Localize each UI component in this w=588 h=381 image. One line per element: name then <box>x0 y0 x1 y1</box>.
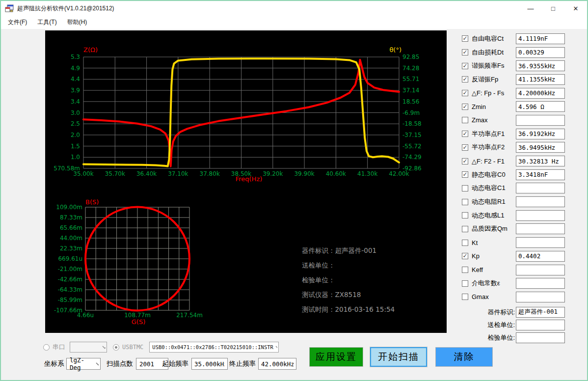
usbtmc-group: USBTMC USB0::0x0471::0x2786::T020215010:… <box>113 342 279 353</box>
param-checkbox[interactable]: ✓ <box>462 144 468 151</box>
bottom-ytick: 65.66m <box>60 224 82 231</box>
usbtmc-radio[interactable] <box>113 344 119 351</box>
clear-button[interactable]: 清除 <box>435 347 493 367</box>
menubar: 文件(F) 工具(T) 帮助(H) <box>1 16 587 29</box>
usbtmc-address-select[interactable]: USB0::0x0471::0x2786::T020215010::INSTR <box>149 342 279 353</box>
id-field-label: 器件标识: <box>487 308 515 317</box>
apply-settings-button[interactable]: 应用设置 <box>309 347 363 367</box>
serial-port-select[interactable] <box>70 342 107 353</box>
param-value-input[interactable] <box>516 278 565 289</box>
bottom-xtick: 108.77m <box>124 312 151 319</box>
param-checkbox[interactable]: ✓ <box>462 49 468 55</box>
window-title: 超声阻抗分析软件(V1.0.21@201512) <box>17 4 114 13</box>
param-checkbox[interactable] <box>462 117 468 123</box>
top-xtick: 39.20k <box>263 170 283 177</box>
param-label: 半功率点F1 <box>472 130 505 138</box>
param-label: 品质因素Qm <box>472 224 508 233</box>
menu-item-tools[interactable]: 工具(T) <box>37 17 57 28</box>
top-ytick-right: 74.28 <box>402 65 419 72</box>
param-value-input[interactable] <box>516 142 565 153</box>
param-checkbox[interactable]: ✓ <box>462 171 468 178</box>
param-checkbox[interactable]: ✓ <box>462 104 468 110</box>
top-ytick-right: 55.71 <box>402 76 419 82</box>
param-value-input[interactable] <box>516 33 565 44</box>
top-ytick-left: 1.0 <box>71 154 80 161</box>
bottom-ytick: -21.00m <box>58 266 82 272</box>
param-value-input[interactable] <box>516 292 565 302</box>
param-checkbox[interactable] <box>462 240 468 246</box>
param-value-input[interactable] <box>516 223 565 234</box>
top-ytick-right: 92.85 <box>402 54 419 60</box>
param-checkbox[interactable] <box>462 294 468 300</box>
param-checkbox[interactable] <box>462 226 468 232</box>
bottom-ytick: 44.00m <box>60 235 82 242</box>
start-freq-input[interactable] <box>191 358 228 370</box>
param-value-input[interactable] <box>516 265 565 275</box>
coord-system-label: 坐标系 <box>44 358 64 370</box>
param-row: ✓自由电容Ct <box>457 32 587 46</box>
chevron-down-icon <box>94 362 99 366</box>
info-line: 送检单位： <box>302 261 335 269</box>
param-value-input[interactable] <box>516 74 565 85</box>
param-checkbox[interactable]: ✓ <box>462 90 468 96</box>
param-value-input[interactable] <box>516 129 565 139</box>
menu-item-help[interactable]: 帮助(H) <box>67 17 88 28</box>
param-value-input[interactable] <box>516 196 565 207</box>
id-field-input[interactable] <box>516 320 565 330</box>
chevron-down-icon <box>273 346 277 349</box>
param-checkbox[interactable] <box>462 280 468 287</box>
param-value-input[interactable] <box>516 237 565 248</box>
serial-radio[interactable] <box>43 344 50 351</box>
param-value-input[interactable] <box>516 251 565 262</box>
param-value-input[interactable] <box>516 156 565 166</box>
top-yaxis-right-title: θ(°) <box>389 46 401 54</box>
param-row: ✓反谐振Fp <box>457 73 587 86</box>
param-value-input[interactable] <box>516 47 565 58</box>
top-ytick-left: 5.3 <box>71 54 80 60</box>
sweep-points-label: 扫描点数 <box>107 358 133 370</box>
param-value-input[interactable] <box>516 169 565 180</box>
param-checkbox[interactable]: ✓ <box>462 63 468 69</box>
param-value-input[interactable] <box>516 115 565 126</box>
bottom-xaxis-title: G(S) <box>132 318 145 326</box>
param-checkbox[interactable] <box>462 185 468 191</box>
param-checkbox[interactable]: ✓ <box>462 35 468 42</box>
param-checkbox[interactable] <box>462 199 468 205</box>
top-xtick: 42.00k <box>389 170 409 177</box>
coord-system-select[interactable]: lgZ-Deg <box>66 358 101 370</box>
param-list: ✓自由电容Ct✓自由损耗Dt✓谐振频率Fs✓反谐振Fp✓△F: Fp - Fs✓… <box>457 32 587 304</box>
menu-item-file[interactable]: 文件(F) <box>7 17 27 28</box>
param-checkbox[interactable] <box>462 212 468 218</box>
maximize-button[interactable]: □ <box>542 1 564 16</box>
param-label: △F: Fp - Fs <box>472 89 504 97</box>
param-label: 自由损耗Dt <box>472 48 504 57</box>
top-xtick: 35.70k <box>105 170 125 177</box>
id-field-input[interactable] <box>516 307 565 318</box>
param-row: Gmax <box>457 290 587 304</box>
top-ytick-left: 1.5 <box>71 143 80 150</box>
param-value-input[interactable] <box>516 88 565 99</box>
top-xtick: 39.90k <box>294 170 314 177</box>
param-value-input[interactable] <box>516 60 565 71</box>
param-checkbox[interactable]: ✓ <box>462 131 468 137</box>
start-scan-button[interactable]: 开始扫描 <box>370 347 427 367</box>
param-label: 谐振频率Fs <box>472 61 504 70</box>
param-value-input[interactable] <box>516 210 565 221</box>
top-xtick: 41.30k <box>357 170 377 177</box>
param-value-input[interactable] <box>516 101 565 112</box>
param-value-input[interactable] <box>516 183 565 193</box>
app-icon <box>5 4 14 12</box>
top-ytick-left: 3.9 <box>71 87 80 94</box>
param-row: ✓自由损耗Dt <box>457 46 587 59</box>
plot-svg: 5.392.8535.00k4.974.2835.70k4.455.7136.4… <box>45 30 447 333</box>
param-checkbox[interactable]: ✓ <box>462 253 468 259</box>
param-checkbox[interactable]: ✓ <box>462 76 468 82</box>
top-ytick-right: -37.15 <box>402 132 422 138</box>
param-label: 动态电感L1 <box>472 211 504 220</box>
stop-freq-input[interactable] <box>258 358 296 370</box>
param-row: ✓Zmin <box>457 100 587 113</box>
minimize-button[interactable]: — <box>519 1 542 16</box>
param-checkbox[interactable] <box>462 267 468 273</box>
param-checkbox[interactable]: ✓ <box>462 158 468 164</box>
close-button[interactable]: ✕ <box>564 1 587 16</box>
